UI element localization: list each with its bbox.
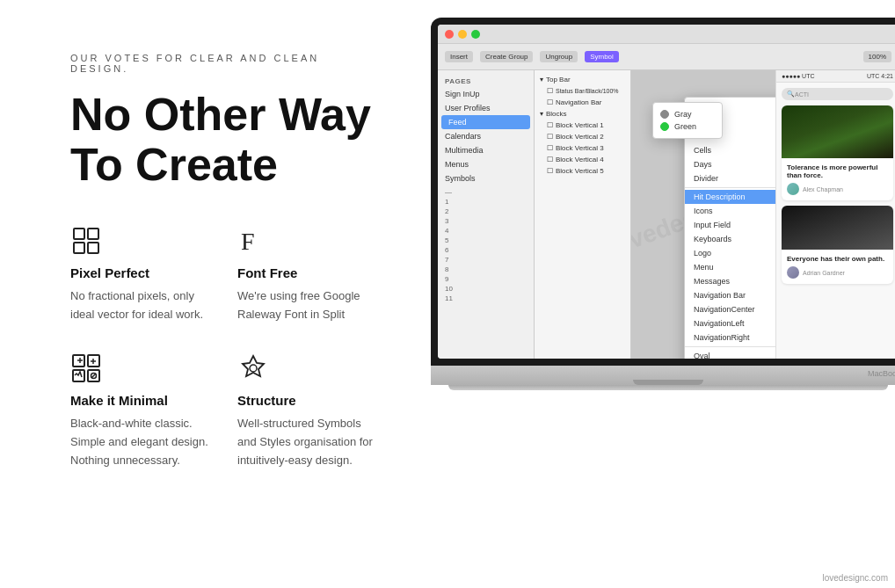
dropdown-days[interactable]: Days▶ [685,157,775,171]
page-symbols[interactable]: Symbols [438,171,534,185]
layer-bv2[interactable]: ☐Block Vertical 2 [535,131,630,142]
left-panel: OUR VOTES FOR CLEAR AND CLEAN DESIGN. No… [0,0,431,588]
ios-wifi: ●●●●● UTC [782,73,814,79]
dropdown-navigation-left[interactable]: NavigationLeft [685,316,775,330]
page-num-5: 5 [438,236,534,245]
page-num-6: 6 [438,245,534,255]
tagline: OUR VOTES FOR CLEAR AND CLEAN DESIGN. [70,53,378,74]
ios-card-1-avatar-row: Alex Chapman [787,183,888,195]
canvas-area: lovedesignc.com Blocks▶ Buttons▶ [631,70,775,359]
ios-panel: ●●●●● UTC UTC 4:21 🔍 ACTI [775,70,895,359]
feature-pixel-perfect: Pixel Perfect No fractional pixels, only… [70,225,211,324]
layer-bv1[interactable]: ☐Block Vertical 1 [535,120,630,131]
ios-card-2-author: Adrian Gardner [803,270,845,276]
heading-line1: No Other Way [70,89,371,140]
dropdown-separator1 [685,187,775,188]
svg-rect-3 [88,243,98,253]
page-menus[interactable]: Menus [438,157,534,171]
feature-font-free: F Font Free We're using free Google Rale… [237,225,378,324]
layer-bv5[interactable]: ☐Block Vertical 5 [535,165,630,177]
symbol-button[interactable]: Symbol [585,51,619,62]
make-minimal-icon [70,352,102,384]
dropdown-navigation-center[interactable]: NavigationCenter [685,302,775,316]
gray-label: Gray [674,110,692,119]
layer-nav-bar[interactable]: ☐Navigation Bar [535,97,630,108]
ios-search-label: ACTI [795,91,809,98]
feature-font-free-desc: We're using free Google Raleway Font in … [237,287,378,324]
page-num-9: 9 [438,274,534,284]
page-num-1: 1 [438,197,534,207]
layer-bv4[interactable]: ☐Block Vertical 4 [535,154,630,165]
page-num-10: 10 [438,284,534,294]
dropdown-navigation-right[interactable]: NavigationRight [685,330,775,345]
minimize-dot [458,30,467,39]
feature-pixel-perfect-title: Pixel Perfect [70,265,211,280]
feature-make-minimal-desc: Black-and-white classic. Simple and eleg… [70,415,211,469]
page-multimedia[interactable]: Multimedia [438,143,534,157]
ios-card-1: Tolerance is more powerful than force. A… [782,105,893,200]
ios-card-1-body: Tolerance is more powerful than force. A… [782,158,893,200]
color-gray[interactable]: Gray [660,108,715,120]
page-feed[interactable]: Feed [441,115,530,129]
insert-button[interactable]: Insert [445,51,473,62]
ios-card-1-title: Tolerance is more powerful than force. [787,163,888,179]
ios-search-bar[interactable]: 🔍 ACTI [782,88,893,100]
feature-make-minimal-title: Make it Minimal [70,393,211,408]
macbook-screen-area: Insert Create Group Ungroup Symbol 100% … [431,18,895,366]
ios-card-2-image [782,206,893,250]
sidebar-pages: Pages Sign InUp User Profiles Feed Calen… [438,70,535,359]
page-num-2: 2 [438,207,534,216]
zoom-level[interactable]: 100% [863,51,891,62]
feature-pixel-perfect-desc: No fractional pixels, only ideal vector … [70,287,211,324]
page-calendars[interactable]: Calendars [438,129,534,143]
dropdown-navigation-bar[interactable]: Navigation Bar [685,288,775,302]
site-footer: lovedesignc.com [823,573,888,583]
layers-panel: ▾Top Bar ☐Status Bar/Black/100% ☐Navigat… [535,70,631,359]
layer-bv3[interactable]: ☐Block Vertical 3 [535,142,630,154]
app-titlebar [438,25,895,44]
ios-status-bar: ●●●●● UTC UTC 4:21 [776,70,895,83]
ios-card-2-body: Everyone has their own path. Adrian Gard… [782,250,893,284]
layer-top-bar[interactable]: ▾Top Bar [535,74,630,85]
dropdown-keyboards[interactable]: Keyboards [685,232,775,246]
pixel-perfect-icon [70,225,102,257]
ungroup-button[interactable]: Ungroup [540,51,578,62]
color-picker-popup[interactable]: Gray Green [652,102,723,139]
macbook-label: MacBoo [431,366,895,378]
green-dot [660,122,669,131]
dropdown-oval[interactable]: Oval [685,349,775,359]
dropdown-hit-description[interactable]: Hit Description▶ [685,190,775,204]
feature-structure: Structure Well-structured Symbols and St… [237,352,378,469]
dropdown-messages[interactable]: Messages▶ [685,274,775,288]
dropdown-menu-item[interactable]: Menu [685,260,775,274]
macbook-screen: Insert Create Group Ungroup Symbol 100% … [438,25,895,359]
dropdown-divider[interactable]: Divider [685,171,775,185]
ios-card-2-title: Everyone has their own path. [787,255,888,263]
pages-label: Pages [438,74,534,87]
page-num-8: 8 [438,265,534,274]
layer-blocks[interactable]: ▾Blocks [535,108,630,120]
ios-card-1-avatar [787,183,799,195]
ios-content: 🔍 ACTI Tole [776,83,895,359]
page-sign-inup[interactable]: Sign InUp [438,87,534,101]
page-user-profiles[interactable]: User Profiles [438,101,534,115]
app-screenshot: Insert Create Group Ungroup Symbol 100% … [438,25,895,359]
app-content: Pages Sign InUp User Profiles Feed Calen… [438,70,895,359]
ios-time: UTC 4:21 [867,73,893,79]
color-green[interactable]: Green [660,120,715,133]
ios-card-1-image [782,105,893,158]
create-group-button[interactable]: Create Group [480,51,533,62]
svg-rect-1 [88,229,98,239]
ios-card-2: Everyone has their own path. Adrian Gard… [782,206,893,284]
dropdown-logo[interactable]: Logo▶ [685,246,775,260]
page-num-0: — [438,187,534,197]
dropdown-cells[interactable]: Cells▶ [685,143,775,157]
feature-structure-desc: Well-structured Symbols and Styles organ… [237,415,378,469]
dropdown-input-field[interactable]: Input Field [685,218,775,232]
main-heading: No Other Way To Create [70,90,378,190]
ios-card-1-author: Alex Chapman [803,186,843,192]
layer-status-bar[interactable]: ☐Status Bar/Black/100% [535,85,630,97]
macbook-mockup: Insert Create Group Ungroup Symbol 100% … [431,18,895,390]
dropdown-icons[interactable]: Icons▶ [685,204,775,218]
page-numbers: — 1 2 3 4 5 6 7 8 9 [438,185,534,305]
